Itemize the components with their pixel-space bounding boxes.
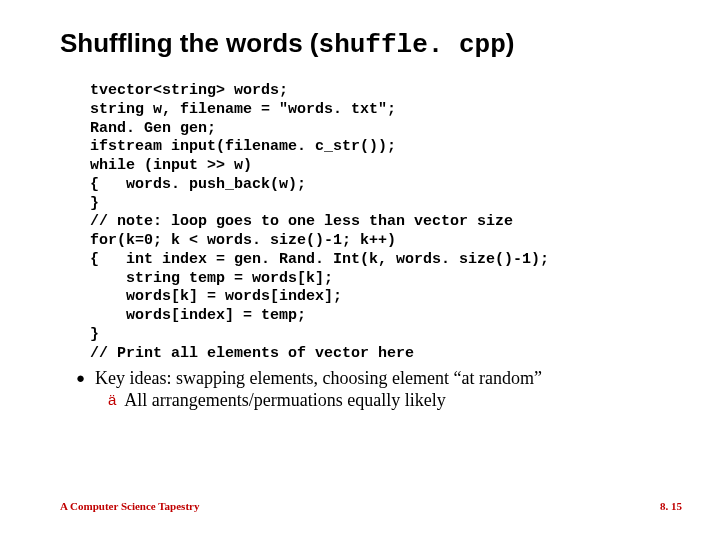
sub-bullet-item: ä All arrangements/permuations equally l… [108,389,682,411]
slide: Shuffling the words (shuffle. cpp) tvect… [0,0,720,540]
title-suffix: ) [506,28,515,58]
arrow-icon: ä [108,389,116,411]
bullet-item: ● Key ideas: swapping elements, choosing… [76,367,682,389]
title-prefix: Shuffling the words ( [60,28,319,58]
footer-left: A Computer Science Tapestry [60,500,199,512]
title-filename: shuffle. cpp [319,30,506,60]
slide-title: Shuffling the words (shuffle. cpp) [60,28,682,60]
bullet-icon: ● [76,367,85,389]
code-block: tvector<string> words; string w, filenam… [90,82,682,363]
sub-bullet-text: All arrangements/permuations equally lik… [124,389,445,411]
bullet-text: Key ideas: swapping elements, choosing e… [95,367,542,389]
footer-right: 8. 15 [660,500,682,512]
